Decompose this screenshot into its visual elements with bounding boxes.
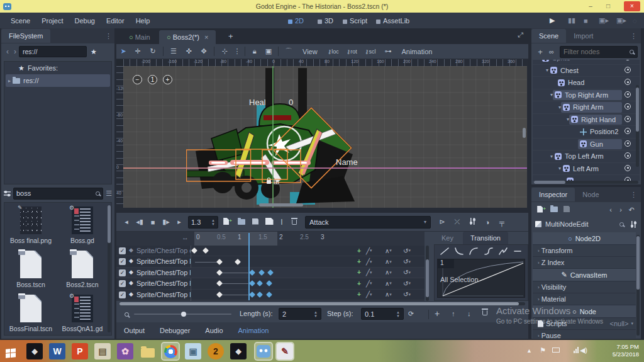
play-from-end-icon[interactable]: ▸: [173, 218, 186, 226]
visibility-eye-icon[interactable]: [625, 140, 631, 147]
animation-menu[interactable]: Animation: [396, 48, 437, 55]
anim-track[interactable]: ✓ ◆ Sprite/Chest/Top Ri + ╱ ▾ ∧ ▾ ↺ ▾: [116, 278, 425, 289]
taskbar-clock[interactable]: 7:05 PM 5/23/2018: [613, 343, 639, 358]
tab-filesystem[interactable]: FileSystem: [1, 29, 50, 43]
move-track-up-icon[interactable]: ↑: [452, 310, 455, 317]
add-key-button[interactable]: +: [357, 278, 361, 288]
object-history-icon[interactable]: ↶: [626, 206, 637, 214]
prop-scripts[interactable]: Scripts<null>▾: [533, 318, 636, 330]
rotate-tool-icon[interactable]: ↻: [145, 47, 160, 55]
taskbar-icon-photos[interactable]: ▣: [185, 343, 201, 359]
add-key-button[interactable]: +: [357, 256, 361, 266]
favorite-res-folder[interactable]: ▸ res://: [6, 74, 110, 87]
mode-assetlib-button[interactable]: AssetLib: [376, 17, 409, 25]
viewport-h-scrollbar[interactable]: [259, 203, 303, 206]
close-tab-icon[interactable]: ×: [204, 33, 208, 41]
list-select-tool-icon[interactable]: ☰: [166, 47, 181, 55]
wrap-mode-dropdown[interactable]: ∧ ▾: [385, 290, 392, 300]
ease-in-icon[interactable]: [454, 247, 464, 256]
taskbar-icon-skyrim-2[interactable]: ◆: [230, 343, 247, 359]
pin-panel-icon[interactable]: ╤: [495, 218, 509, 226]
nav-back-button[interactable]: ‹: [4, 47, 11, 56]
play-button[interactable]: ▶: [550, 16, 555, 25]
ease-constant-icon[interactable]: [513, 247, 523, 256]
script-value[interactable]: <null>: [610, 320, 629, 327]
visibility-eye-icon[interactable]: [625, 103, 631, 110]
tray-volume-icon[interactable]: ◀): [580, 346, 587, 354]
timeline-playhead[interactable]: [248, 233, 250, 300]
property-search-icon[interactable]: [619, 222, 624, 227]
insert-scl-key-button[interactable]: ⚷scl: [361, 48, 380, 55]
tab-output[interactable]: Output: [116, 327, 152, 334]
loop-mode-dropdown[interactable]: ↺ ▾: [403, 256, 411, 266]
dock-menu-icon[interactable]: ⋮: [630, 32, 637, 40]
taskbar-icon-word[interactable]: W: [49, 343, 65, 359]
ease-in-out-icon[interactable]: [484, 247, 494, 256]
delete-animation-icon[interactable]: [287, 218, 301, 226]
play-custom-scene-button[interactable]: ▣▸: [616, 16, 626, 25]
mode-script-button[interactable]: Script: [343, 17, 367, 25]
visibility-eye-icon[interactable]: [625, 152, 631, 159]
group-object-icon[interactable]: ▣: [262, 47, 275, 55]
chevron-right-icon[interactable]: ▸: [8, 78, 11, 84]
snap-menu-icon[interactable]: ⋮: [232, 47, 242, 55]
add-track-button[interactable]: +: [435, 308, 440, 319]
zoom-in-button[interactable]: +: [163, 75, 172, 84]
onion-skinning-icon[interactable]: ◑: [480, 218, 495, 226]
inspector-tools-icon[interactable]: [630, 221, 637, 228]
keyframe-diamond[interactable]: [235, 259, 241, 265]
add-key-button[interactable]: +: [357, 290, 361, 300]
select-tool-icon[interactable]: ➤: [116, 47, 130, 55]
interp-mode-dropdown[interactable]: ╱ ▾: [366, 256, 372, 266]
tab-main-scene[interactable]: ○ Main: [121, 30, 158, 44]
zoom-out-button[interactable]: −: [133, 75, 142, 84]
anim-track[interactable]: ✓ ◆ Sprite/Chest/Top e + ╱ ▾ ∧ ▾ ↺ ▾: [116, 246, 425, 256]
tab-inspector[interactable]: Inspector: [531, 188, 575, 201]
ease-out-in-icon[interactable]: [498, 247, 508, 256]
start-button[interactable]: [6, 346, 16, 358]
tab-import[interactable]: Import: [566, 29, 601, 43]
new-resource-icon[interactable]: +: [535, 206, 548, 214]
zoom-reset-button[interactable]: 1: [148, 75, 157, 84]
track-enabled-checkbox[interactable]: ✓: [119, 291, 126, 298]
file-item[interactable]: ⚙ Boss.gd: [60, 206, 105, 244]
skeleton-icon[interactable]: ⌒: [281, 47, 296, 56]
anim-time-spinbox[interactable]: 1.3▲▼: [188, 216, 218, 229]
save-resource-icon[interactable]: [560, 206, 573, 213]
favorite-star-icon[interactable]: ★: [91, 48, 97, 56]
ease-value[interactable]: 1: [438, 259, 454, 268]
taskbar-icon-powerpoint[interactable]: P: [72, 343, 88, 359]
visibility-eye-icon[interactable]: [625, 91, 631, 98]
wrap-mode-dropdown[interactable]: ∧ ▾: [385, 256, 392, 266]
file-item[interactable]: BossFinal.tscn: [8, 295, 53, 332]
tree-node-gun[interactable]: Gun: [533, 139, 640, 151]
insert-key-icon[interactable]: ⊶: [379, 47, 396, 55]
wrap-mode-dropdown[interactable]: ∧ ▾: [385, 278, 392, 288]
menu-project[interactable]: Project: [36, 17, 69, 25]
add-key-button[interactable]: +: [357, 246, 361, 256]
history-forward-icon[interactable]: ›: [616, 206, 626, 213]
load-resource-icon[interactable]: [548, 206, 560, 213]
keyframe-diamond[interactable]: [266, 280, 272, 286]
tree-node-head[interactable]: Head: [533, 77, 640, 89]
play-backwards-icon[interactable]: ◂▮: [133, 218, 147, 226]
move-tool-icon[interactable]: ✛: [130, 47, 145, 55]
rename-animation-icon[interactable]: I: [276, 218, 287, 227]
track-enabled-checkbox[interactable]: ✓: [119, 269, 126, 276]
keyframe-diamond[interactable]: [267, 269, 274, 276]
pan-tool-icon[interactable]: ✥: [196, 47, 211, 55]
prop-transform[interactable]: ›Transform: [533, 245, 636, 257]
taskbar-icon-explorer[interactable]: [140, 343, 156, 359]
taskbar-icon-godot[interactable]: [255, 343, 272, 359]
tab-animation[interactable]: Animation: [231, 327, 277, 334]
prop-visibility[interactable]: ›Visibility: [533, 281, 636, 293]
animation-name-dropdown[interactable]: Attack▾: [305, 216, 431, 229]
taskbar-icon-image-editor[interactable]: ✎: [277, 343, 293, 359]
anim-track[interactable]: ✓ ◆ Sprite/Chest/Top Ri + ╱ ▾ ∧ ▾ ↺ ▾: [116, 268, 425, 278]
file-grid-scrollbar[interactable]: [108, 205, 111, 332]
tree-node-chest[interactable]: ▾ Chest: [533, 65, 640, 77]
insert-rot-key-button[interactable]: ⚷rot: [343, 48, 361, 55]
tree-node-right-hand[interactable]: ▾ Right Hand: [533, 114, 640, 127]
tree-v-scrollbar[interactable]: [636, 85, 639, 167]
2d-viewport[interactable]: Health 0: [123, 66, 527, 208]
